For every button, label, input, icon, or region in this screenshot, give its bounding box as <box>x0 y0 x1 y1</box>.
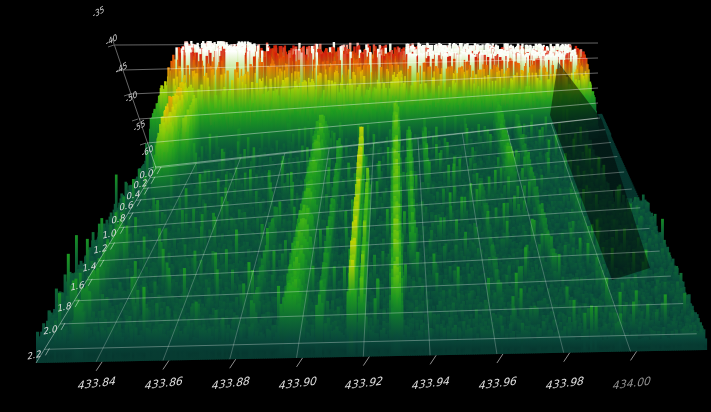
spectrogram-canvas[interactable] <box>0 0 711 412</box>
waterfall-3d-plot: 433.84433.86433.88433.90433.92433.94433.… <box>0 0 711 412</box>
